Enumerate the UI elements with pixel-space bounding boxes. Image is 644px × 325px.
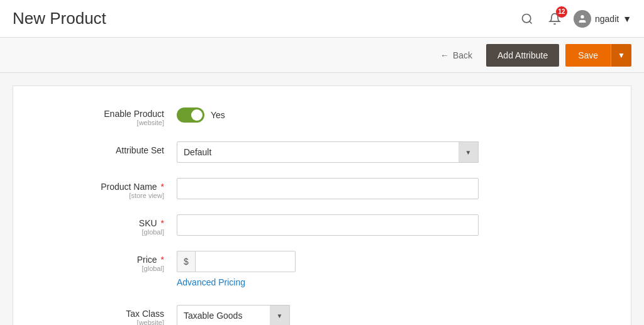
top-bar-right: 12 ngadit ▼ xyxy=(518,10,631,28)
tax-class-row: Tax Class [website] Taxable Goods ▼ xyxy=(38,305,606,325)
notification-wrapper: 12 xyxy=(546,10,564,28)
back-label: Back xyxy=(453,50,472,60)
sku-input[interactable] xyxy=(177,214,479,236)
toggle-value-label: Yes xyxy=(211,110,225,120)
svg-point-0 xyxy=(522,14,530,22)
user-dropdown-icon: ▼ xyxy=(623,14,631,24)
save-dropdown-button[interactable]: ▼ xyxy=(611,44,631,67)
tax-class-field: Taxable Goods ▼ xyxy=(177,305,606,325)
price-input[interactable] xyxy=(195,251,296,272)
top-bar: New Product 12 ngadit ▼ xyxy=(0,0,644,38)
product-name-label-text: Product Name xyxy=(101,182,157,192)
enable-product-row: Enable Product [website] Yes xyxy=(38,105,606,126)
save-button-group: Save ▼ xyxy=(565,44,631,67)
save-button[interactable]: Save xyxy=(565,44,611,67)
attribute-set-field: Default ▼ xyxy=(177,141,606,163)
product-name-input[interactable] xyxy=(177,178,479,199)
product-name-row: Product Name * [store view] xyxy=(38,178,606,199)
enable-product-label: Enable Product [website] xyxy=(38,105,177,126)
search-icon xyxy=(521,13,533,25)
user-name: ngadit xyxy=(595,14,619,24)
save-dropdown-icon: ▼ xyxy=(618,51,625,60)
product-name-label: Product Name * [store view] xyxy=(38,178,177,199)
attribute-set-row: Attribute Set Default ▼ xyxy=(38,141,606,163)
action-bar: ← Back Add Attribute Save ▼ xyxy=(0,38,644,73)
price-label-text: Price xyxy=(137,255,157,265)
product-name-field xyxy=(177,178,606,199)
content-area: Enable Product [website] Yes Attribute S… xyxy=(13,85,631,325)
attribute-set-select-wrapper: Default ▼ xyxy=(177,141,479,163)
svg-line-1 xyxy=(530,21,532,23)
attribute-set-label: Attribute Set xyxy=(38,141,177,155)
tax-class-select[interactable]: Taxable Goods xyxy=(177,305,290,325)
sku-label: SKU * [global] xyxy=(38,214,177,236)
tax-class-label: Tax Class [website] xyxy=(38,305,177,325)
price-label: Price * [global] xyxy=(38,251,177,272)
enable-product-field: Yes xyxy=(177,105,606,123)
price-currency-symbol: $ xyxy=(177,251,195,272)
price-field: $ Advanced Pricing xyxy=(177,251,606,290)
notification-badge: 12 xyxy=(556,6,567,18)
page-title: New Product xyxy=(13,9,106,28)
sku-row: SKU * [global] xyxy=(38,214,606,236)
advanced-pricing-link[interactable]: Advanced Pricing xyxy=(177,275,245,290)
sku-label-text: SKU xyxy=(139,218,157,228)
product-name-required-star: * xyxy=(161,182,164,192)
tax-class-label-text: Tax Class xyxy=(126,309,164,319)
price-required-star: * xyxy=(161,255,164,265)
tax-class-select-wrapper: Taxable Goods ▼ xyxy=(177,305,290,325)
price-row: Price * [global] $ Advanced Pricing xyxy=(38,251,606,290)
price-input-wrapper: $ xyxy=(177,251,606,272)
enable-product-toggle[interactable] xyxy=(177,107,204,123)
svg-point-2 xyxy=(580,15,584,18)
attribute-set-select[interactable]: Default xyxy=(177,141,479,163)
search-button[interactable] xyxy=(518,10,536,28)
user-icon xyxy=(577,14,587,24)
toggle-wrapper: Yes xyxy=(177,105,606,123)
back-button[interactable]: ← Back xyxy=(433,45,480,65)
avatar xyxy=(574,10,591,28)
sku-required-star: * xyxy=(161,218,164,228)
back-arrow-icon: ← xyxy=(440,50,449,60)
user-menu-button[interactable]: ngadit ▼ xyxy=(574,10,631,28)
sku-field xyxy=(177,214,606,236)
add-attribute-button[interactable]: Add Attribute xyxy=(486,44,559,67)
